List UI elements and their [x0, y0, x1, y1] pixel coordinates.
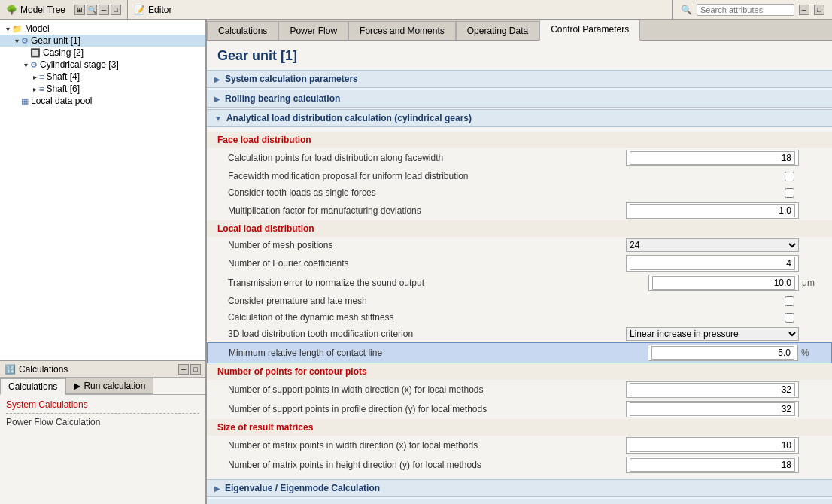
calc-panel-min[interactable]: ─: [178, 364, 189, 375]
checkbox-facewidth-mod[interactable]: [785, 172, 794, 181]
param-matrix-height: Number of matrix points in height direct…: [207, 455, 832, 475]
tree-item-model[interactable]: ▾ 📁 Model: [0, 23, 205, 35]
tab-calculations[interactable]: Calculations: [207, 21, 278, 40]
param-label-3d-load: 3D load distribution tooth modification …: [228, 329, 626, 339]
param-label-matrix-width: Number of matrix points in width directi…: [228, 440, 626, 451]
input-calc-points[interactable]: [630, 151, 795, 165]
param-matrix-width: Number of matrix points in width directi…: [207, 436, 832, 455]
checkbox-tooth-loads[interactable]: [785, 188, 794, 198]
param-support-profile: Number of support points in profile dire…: [207, 399, 832, 419]
param-label-facewidth-mod: Facewidth modification proposal for unif…: [228, 171, 626, 181]
param-label-tooth-loads: Consider tooth loads as single forces: [228, 187, 626, 198]
tab-operating-data[interactable]: Operating Data: [456, 21, 539, 40]
unit-min-contact: %: [798, 348, 821, 358]
editor-icon: 📝: [134, 5, 145, 15]
section-analytical-load[interactable]: ▼ Analytical load distribution calculati…: [207, 109, 832, 127]
calc-panel-max[interactable]: □: [190, 364, 201, 375]
param-value-calc-points: [626, 150, 799, 166]
tree-expand-cylstage[interactable]: ▾: [21, 61, 30, 69]
model-tree-max-btn[interactable]: □: [111, 5, 121, 15]
tree-expand-shaft4[interactable]: ▸: [30, 73, 39, 81]
shaft4-icon: ≡: [39, 72, 44, 81]
calc-tab-bar: Calculations ▶ Run calculation: [0, 378, 205, 395]
search-min-btn[interactable]: ─: [799, 5, 809, 15]
search-max-btn[interactable]: □: [814, 5, 824, 15]
select-3d-load[interactable]: Linear increase in pressure: [626, 327, 799, 341]
run-icon: ▶: [74, 381, 80, 391]
section-toggle-eigenvalue: ▶: [214, 484, 220, 493]
section-label-rolling-bearing: Rolling bearing calculation: [225, 93, 340, 104]
tree-label-shaft4: Shaft [4]: [46, 71, 80, 82]
section-toggle-analytical-load: ▼: [214, 114, 222, 123]
model-tree-grid-btn[interactable]: ⊞: [74, 5, 85, 15]
checkbox-premature-mesh[interactable]: [785, 296, 794, 306]
section-gear-geometry[interactable]: ▶ Gear Geometry: [207, 499, 832, 504]
param-support-width: Number of support points in width direct…: [207, 380, 832, 399]
tree-item-localdatapool[interactable]: ▸ ▦ Local data pool: [0, 95, 205, 107]
input-min-contact[interactable]: [651, 346, 794, 360]
param-min-contact: Minimum relative length of contact line …: [207, 342, 832, 363]
param-label-support-width: Number of support points in width direct…: [228, 384, 626, 395]
param-calc-points: Calculation points for load distribution…: [207, 148, 832, 168]
param-label-fourier-coeffs: Number of Fourier coefficients: [228, 258, 626, 269]
casing-icon: 🔲: [30, 48, 41, 58]
tree-label-localdatapool: Local data pool: [31, 96, 92, 106]
tree-item-shaft6[interactable]: ▸ ≡ Shaft [6]: [0, 83, 205, 95]
tree-label-cylstage: Cylindrical stage [3]: [40, 59, 119, 70]
tree-expand-gearunit[interactable]: ▾: [12, 37, 21, 45]
search-input[interactable]: [697, 4, 794, 16]
tree-label-model: Model: [25, 23, 50, 34]
param-label-min-contact: Minimum relative length of contact line: [229, 348, 648, 358]
param-label-mult-factor: Multiplication factor for manufacturing …: [228, 205, 626, 216]
input-fourier-coeffs[interactable]: [630, 257, 795, 270]
tree-item-casing[interactable]: ▸ 🔲 Casing [2]: [0, 47, 205, 59]
run-calculation-button[interactable]: ▶ Run calculation: [65, 378, 153, 394]
input-matrix-height[interactable]: [630, 458, 795, 472]
localdatapool-icon: ▦: [21, 96, 29, 106]
section-label-eigenvalue: Eigenvalue / Eigenmode Calculation: [225, 483, 380, 493]
tree-item-gearunit[interactable]: ▾ ⚙ Gear unit [1]: [0, 35, 205, 47]
tree-item-cylstage[interactable]: ▾ ⚙ Cylindrical stage [3]: [0, 59, 205, 71]
model-tree-min-btn[interactable]: ─: [99, 5, 109, 15]
param-mult-factor: Multiplication factor for manufacturing …: [207, 201, 832, 220]
tree-item-shaft4[interactable]: ▸ ≡ Shaft [4]: [0, 71, 205, 83]
input-transmission-error[interactable]: [652, 276, 795, 290]
model-tree-icon: 🌳: [6, 5, 17, 15]
run-label: Run calculation: [84, 381, 145, 391]
tab-calculations-label: Calculations: [8, 381, 57, 392]
section-eigenvalue[interactable]: ▶ Eigenvalue / Eigenmode Calculation: [207, 479, 832, 497]
content-title: Gear unit [1]: [207, 41, 832, 68]
section-toggle-rolling-bearing: ▶: [214, 95, 220, 103]
param-tooth-loads: Consider tooth loads as single forces: [207, 184, 832, 201]
editor-panel-header: 📝 Editor: [128, 0, 673, 19]
model-tree: ▾ 📁 Model ▾ ⚙ Gear unit [1] ▸ 🔲 Casing […: [0, 20, 205, 361]
section-label-system-calc: System calculation parameters: [225, 74, 358, 84]
sub-section-face-load: Face load distribution: [207, 132, 832, 148]
input-support-profile[interactable]: [630, 402, 795, 416]
tab-forces-moments[interactable]: Forces and Moments: [348, 21, 456, 40]
calc-divider: [6, 413, 199, 414]
section-content-analytical-load: Face load distribution Calculation point…: [207, 129, 832, 478]
model-tree-title: Model Tree: [20, 5, 65, 15]
input-mult-factor[interactable]: [630, 204, 795, 217]
tab-control-parameters[interactable]: Control Parameters: [539, 20, 640, 41]
model-tree-search-btn[interactable]: 🔍: [87, 5, 97, 15]
section-rolling-bearing[interactable]: ▶ Rolling bearing calculation: [207, 90, 832, 108]
tab-calculations[interactable]: Calculations: [0, 378, 65, 395]
input-support-width[interactable]: [630, 383, 795, 396]
input-matrix-width[interactable]: [630, 439, 795, 452]
tree-expand-shaft6[interactable]: ▸: [30, 85, 39, 93]
calc-item-powerflow[interactable]: Power Flow Calculation: [6, 415, 199, 429]
section-system-calc[interactable]: ▶ System calculation parameters: [207, 70, 832, 88]
checkbox-dynamic-stiffness[interactable]: [785, 313, 794, 323]
tab-power-flow[interactable]: Power Flow: [278, 21, 348, 40]
model-tree-panel-header: 🌳 Model Tree ⊞ 🔍 ─ □: [0, 0, 128, 19]
calc-item-system[interactable]: System Calculations: [6, 398, 199, 411]
calc-panel-icon: 🔢: [5, 364, 16, 375]
select-mesh-positions[interactable]: 24 16 32: [626, 238, 799, 252]
editor-content: Gear unit [1] ▶ System calculation param…: [207, 41, 832, 504]
tree-label-casing: Casing [2]: [43, 47, 84, 58]
editor-tab-bar: Calculations Power Flow Forces and Momen…: [207, 20, 832, 41]
tree-expand-model[interactable]: ▾: [3, 25, 12, 33]
cylstage-icon: ⚙: [30, 60, 38, 70]
